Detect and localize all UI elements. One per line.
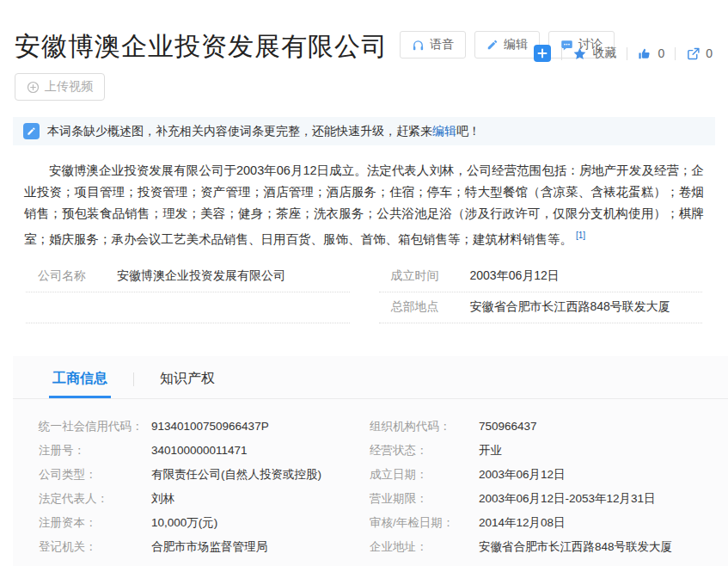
infobox-row-empty — [26, 292, 350, 323]
detail-row-credit-code: 统一社会信用代码： 91340100750966437P — [39, 420, 370, 433]
upload-video-button[interactable]: 上传视频 — [15, 73, 105, 101]
hq-value: 安徽省合肥市长江西路848号联发大厦 — [470, 299, 670, 315]
favorite-label: 收藏 — [592, 46, 616, 61]
infobox-row-company-name: 公司名称 安徽博澳企业投资发展有限公司 — [26, 261, 350, 292]
divider — [627, 47, 627, 60]
favorite-button[interactable]: 收藏 — [572, 46, 616, 61]
upload-video-label: 上传视频 — [45, 79, 93, 95]
business-info-section: 工商信息 知识产权 统一社会信用代码： 91340100750966437P 注… — [13, 356, 728, 566]
add-button[interactable] — [534, 45, 551, 62]
page-title: 安徽博澳企业投资发展有限公司 — [15, 32, 388, 62]
summary-paragraph: 安徽博澳企业投资发展有限公司于2003年06月12日成立。法定代表人刘林，公司经… — [24, 160, 704, 250]
detail-column-left: 统一社会信用代码： 91340100750966437P 注册号： 340100… — [39, 420, 370, 564]
detail-row-company-type: 公司类型： 有限责任公司(自然人投资或控股) — [39, 468, 370, 481]
hq-label: 总部地点 — [391, 299, 470, 315]
pencil-icon — [486, 39, 499, 51]
star-icon — [572, 46, 587, 61]
notice-edit-link[interactable]: 编辑 — [432, 124, 456, 138]
company-name-value: 安徽博澳企业投资发展有限公司 — [117, 268, 285, 284]
basic-infobox: 公司名称 安徽博澳企业投资发展有限公司 成立时间 2003年06月12日 总部地… — [26, 261, 702, 323]
divider — [561, 47, 562, 60]
business-detail-table: 统一社会信用代码： 91340100750966437P 注册号： 340100… — [13, 399, 728, 566]
share-button[interactable]: 0 — [686, 46, 713, 61]
plus-circle-icon — [27, 81, 40, 94]
divider — [675, 47, 676, 60]
notice-text-before: 本词条缺少概述图，补充相关内容使词条更完整，还能快速升级，赶紧来 — [47, 124, 432, 138]
headphones-icon — [412, 39, 425, 52]
tab-business-info[interactable]: 工商信息 — [49, 370, 111, 398]
company-name-label: 公司名称 — [38, 268, 117, 284]
thumbs-up-icon — [638, 46, 652, 61]
infobox-row-founded: 成立时间 2003年06月12日 — [379, 261, 703, 292]
voice-button[interactable]: 语音 — [400, 31, 466, 58]
top-action-bar: 收藏 0 0 — [534, 45, 713, 62]
detail-row-inspection-date: 审核/年检日期： 2014年12月08日 — [370, 516, 711, 529]
founded-value: 2003年06月12日 — [470, 268, 560, 284]
edit-pencil-icon — [23, 123, 40, 139]
detail-row-status: 经营状态： 开业 — [370, 444, 711, 457]
notice-bar: 本词条缺少概述图，补充相关内容使词条更完整，还能快速升级，赶紧来编辑吧！ — [13, 117, 715, 145]
tab-bar: 工商信息 知识产权 — [13, 356, 728, 399]
citation-link[interactable]: [1] — [576, 231, 585, 240]
infobox-row-hq: 总部地点 安徽省合肥市长江西路848号联发大厦 — [379, 292, 703, 323]
edit-label: 编辑 — [504, 37, 528, 52]
share-count: 0 — [706, 46, 713, 60]
detail-row-business-term: 营业期限： 2003年06月12日-2053年12月31日 — [370, 492, 711, 505]
notice-text: 本词条缺少概述图，补充相关内容使词条更完整，还能快速升级，赶紧来编辑吧！ — [47, 124, 480, 139]
detail-row-reg-authority: 登记机关： 合肥市市场监督管理局 — [39, 540, 370, 553]
like-button[interactable]: 0 — [638, 46, 664, 61]
detail-row-establish-date: 成立日期： 2003年06月12日 — [370, 468, 711, 481]
detail-row-legal-rep: 法定代表人： 刘林 — [39, 492, 370, 505]
share-icon — [686, 46, 700, 61]
summary-text: 安徽博澳企业投资发展有限公司于2003年06月12日成立。法定代表人刘林，公司经… — [24, 163, 704, 246]
tab-intellectual-property[interactable]: 知识产权 — [156, 370, 218, 398]
edit-button[interactable]: 编辑 — [474, 31, 540, 58]
notice-text-after: 吧！ — [456, 124, 480, 138]
baike-entry-page: 收藏 0 0 安徽博澳企业投资发展有限公司 语音 编辑 讨论 — [0, 31, 728, 566]
founded-label: 成立时间 — [391, 268, 470, 284]
voice-label: 语音 — [430, 37, 454, 52]
like-count: 0 — [658, 46, 664, 60]
detail-row-reg-number: 注册号： 340100000011471 — [39, 444, 370, 457]
detail-row-reg-capital: 注册资本： 10,000万(元) — [39, 516, 370, 529]
detail-row-company-address: 企业地址： 安徽省合肥市长江西路848号联发大厦 — [370, 540, 711, 553]
detail-row-org-code: 组织机构代码： 750966437 — [370, 420, 711, 433]
detail-column-right: 组织机构代码： 750966437 经营状态： 开业 成立日期： 2003年06… — [370, 420, 711, 564]
plus-square-icon — [534, 45, 551, 62]
tab-divider — [133, 372, 134, 386]
